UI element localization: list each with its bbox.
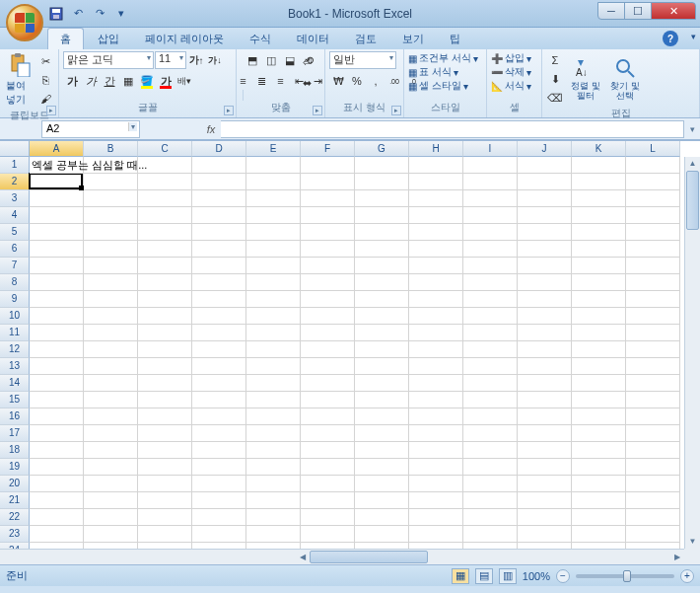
cell[interactable] — [409, 392, 463, 408]
cell[interactable] — [518, 492, 572, 509]
cell[interactable] — [572, 392, 626, 408]
cell[interactable] — [138, 375, 192, 392]
cell[interactable] — [518, 207, 572, 224]
cell[interactable] — [572, 274, 626, 291]
cell[interactable] — [138, 291, 192, 308]
cell[interactable] — [463, 509, 518, 526]
cell[interactable] — [355, 492, 409, 509]
cell[interactable] — [192, 241, 246, 258]
cell[interactable] — [84, 341, 138, 358]
cell[interactable] — [572, 241, 626, 258]
cell[interactable] — [409, 207, 463, 224]
cell[interactable] — [301, 308, 355, 325]
cell[interactable] — [84, 274, 138, 291]
cell[interactable] — [246, 442, 301, 459]
cell[interactable] — [626, 358, 680, 375]
cell[interactable] — [463, 526, 518, 543]
cell[interactable] — [463, 325, 518, 341]
vertical-scrollbar[interactable]: ▲ ▼ — [684, 157, 700, 549]
cell[interactable] — [138, 358, 192, 375]
row-header[interactable]: 20 — [0, 476, 30, 492]
cell[interactable] — [463, 408, 518, 425]
cell[interactable] — [301, 392, 355, 408]
cell[interactable] — [84, 258, 138, 274]
cell[interactable] — [572, 258, 626, 274]
cell[interactable] — [409, 408, 463, 425]
font-color-button[interactable]: 가 — [157, 72, 175, 90]
cell[interactable] — [138, 459, 192, 476]
align-middle-icon[interactable]: ◫ — [262, 51, 280, 69]
cell[interactable] — [626, 274, 680, 291]
cell[interactable] — [301, 408, 355, 425]
hscroll-thumb[interactable] — [310, 551, 428, 563]
cell[interactable] — [301, 526, 355, 543]
tab-formulas[interactable]: 수식 — [238, 29, 283, 49]
cell[interactable] — [572, 442, 626, 459]
scroll-left-icon[interactable]: ◀ — [296, 550, 310, 564]
phonetic-button[interactable]: 배▾ — [175, 72, 193, 90]
maximize-button[interactable]: ☐ — [624, 2, 652, 20]
cell[interactable] — [572, 526, 626, 543]
cell[interactable] — [30, 459, 84, 476]
cell[interactable]: 엑셀 공부는 심심할 때... — [30, 157, 84, 174]
cell[interactable] — [518, 341, 572, 358]
insert-cells-button[interactable]: ➕삽입▾ — [491, 51, 531, 65]
row-header[interactable]: 17 — [0, 425, 30, 442]
cell[interactable] — [463, 274, 518, 291]
cell[interactable] — [301, 442, 355, 459]
cell[interactable] — [409, 174, 463, 190]
cell[interactable] — [301, 274, 355, 291]
cell[interactable] — [463, 476, 518, 492]
cell[interactable] — [301, 258, 355, 274]
cell[interactable] — [572, 224, 626, 241]
cell[interactable] — [138, 492, 192, 509]
cell[interactable] — [409, 509, 463, 526]
cell[interactable] — [30, 341, 84, 358]
save-icon[interactable] — [47, 5, 65, 23]
cell[interactable] — [192, 325, 246, 341]
help-icon[interactable]: ? — [663, 31, 678, 46]
cell[interactable] — [572, 375, 626, 392]
cell[interactable] — [572, 408, 626, 425]
cell[interactable] — [463, 358, 518, 375]
cell[interactable] — [409, 291, 463, 308]
cell[interactable] — [463, 241, 518, 258]
cell[interactable] — [30, 241, 84, 258]
cell[interactable] — [301, 476, 355, 492]
row-header[interactable]: 7 — [0, 258, 30, 274]
cell[interactable] — [626, 375, 680, 392]
cell[interactable] — [301, 241, 355, 258]
cell[interactable] — [518, 509, 572, 526]
cell[interactable] — [518, 375, 572, 392]
cell[interactable] — [301, 190, 355, 207]
cell[interactable] — [192, 224, 246, 241]
cell[interactable] — [572, 509, 626, 526]
currency-button[interactable]: ₩ — [329, 72, 347, 90]
cell[interactable] — [30, 392, 84, 408]
cell[interactable] — [518, 190, 572, 207]
cell[interactable] — [192, 291, 246, 308]
cell[interactable] — [246, 358, 301, 375]
cell[interactable] — [463, 308, 518, 325]
cell[interactable] — [626, 325, 680, 341]
cell[interactable] — [409, 358, 463, 375]
cell[interactable] — [246, 459, 301, 476]
tab-tip[interactable]: 팁 — [438, 29, 472, 49]
row-header[interactable]: 3 — [0, 190, 30, 207]
cell[interactable] — [409, 341, 463, 358]
cell[interactable] — [518, 425, 572, 442]
cell[interactable] — [626, 157, 680, 174]
cell[interactable] — [463, 459, 518, 476]
cell[interactable] — [192, 459, 246, 476]
cell[interactable] — [84, 425, 138, 442]
formula-bar-expand-icon[interactable]: ▾ — [684, 124, 700, 134]
italic-button[interactable]: 가 — [82, 72, 100, 90]
cell[interactable] — [626, 308, 680, 325]
cell[interactable] — [30, 224, 84, 241]
cell[interactable] — [138, 325, 192, 341]
merge-center-button[interactable]: ⬌ — [295, 74, 318, 92]
cell[interactable] — [246, 308, 301, 325]
cell[interactable] — [192, 492, 246, 509]
cell[interactable] — [138, 425, 192, 442]
cell[interactable] — [518, 408, 572, 425]
